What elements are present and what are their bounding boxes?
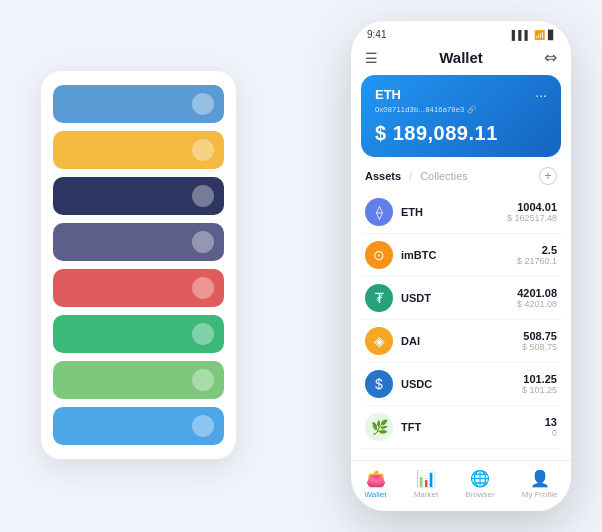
asset-name: ETH bbox=[401, 206, 507, 218]
asset-amounts: 130 bbox=[545, 416, 557, 438]
asset-balance: 508.75 bbox=[522, 330, 557, 342]
asset-balance: 2.5 bbox=[517, 244, 557, 256]
asset-icon: ⟠ bbox=[365, 198, 393, 226]
asset-usd: $ 508.75 bbox=[522, 342, 557, 352]
tab-collecties[interactable]: Collecties bbox=[420, 170, 468, 182]
card-item[interactable] bbox=[53, 407, 224, 445]
asset-row[interactable]: 🌿TFT130 bbox=[361, 406, 561, 449]
tab-separator: / bbox=[409, 170, 412, 182]
asset-row[interactable]: ₮USDT4201.08$ 4201.08 bbox=[361, 277, 561, 320]
asset-icon: $ bbox=[365, 370, 393, 398]
card-stack bbox=[41, 71, 236, 459]
assets-header: Assets / Collecties + bbox=[351, 167, 571, 191]
nav-icon: 👛 bbox=[366, 469, 386, 488]
nav-item-market[interactable]: 📊Market bbox=[414, 469, 438, 499]
card-item[interactable] bbox=[53, 315, 224, 353]
asset-balance: 13 bbox=[545, 416, 557, 428]
asset-list: ⟠ETH1004.01$ 162517.48⊙imBTC2.5$ 21760.1… bbox=[351, 191, 571, 460]
add-asset-button[interactable]: + bbox=[539, 167, 557, 185]
card-item[interactable] bbox=[53, 361, 224, 399]
phone-mockup: 9:41 ▌▌▌ 📶 ▊ ☰ Wallet ⇔ ETH ··· 0x08711d… bbox=[351, 21, 571, 511]
nav-icon: 🌐 bbox=[470, 469, 490, 488]
nav-item-wallet[interactable]: 👛Wallet bbox=[365, 469, 387, 499]
card-dot bbox=[192, 415, 214, 437]
asset-name: TFT bbox=[401, 421, 545, 433]
card-dot bbox=[192, 323, 214, 345]
asset-icon: ◈ bbox=[365, 327, 393, 355]
eth-card-address: 0x08711d3b...8416a78e3 🔗 bbox=[375, 105, 547, 114]
nav-item-browser[interactable]: 🌐Browser bbox=[465, 469, 494, 499]
card-item[interactable] bbox=[53, 269, 224, 307]
asset-icon: ⊙ bbox=[365, 241, 393, 269]
header-title: Wallet bbox=[439, 49, 483, 66]
eth-card-coin: ETH bbox=[375, 87, 401, 102]
asset-icon: 🌿 bbox=[365, 413, 393, 441]
asset-icon: ₮ bbox=[365, 284, 393, 312]
asset-usd: $ 162517.48 bbox=[507, 213, 557, 223]
asset-name: USDT bbox=[401, 292, 517, 304]
scene: 9:41 ▌▌▌ 📶 ▊ ☰ Wallet ⇔ ETH ··· 0x08711d… bbox=[11, 11, 591, 521]
assets-tabs: Assets / Collecties bbox=[365, 170, 468, 182]
card-dot bbox=[192, 93, 214, 115]
asset-amounts: 508.75$ 508.75 bbox=[522, 330, 557, 352]
card-dot bbox=[192, 369, 214, 391]
asset-row[interactable]: ◈DAI508.75$ 508.75 bbox=[361, 320, 561, 363]
asset-name: USDC bbox=[401, 378, 522, 390]
asset-usd: $ 21760.1 bbox=[517, 256, 557, 266]
card-item[interactable] bbox=[53, 223, 224, 261]
time-display: 9:41 bbox=[367, 29, 386, 40]
nav-label: My Profile bbox=[522, 490, 558, 499]
card-item[interactable] bbox=[53, 131, 224, 169]
nav-item-my-profile[interactable]: 👤My Profile bbox=[522, 469, 558, 499]
eth-card-menu[interactable]: ··· bbox=[535, 87, 547, 103]
card-item[interactable] bbox=[53, 85, 224, 123]
asset-usd: 0 bbox=[545, 428, 557, 438]
asset-balance: 101.25 bbox=[522, 373, 557, 385]
card-dot bbox=[192, 185, 214, 207]
eth-wallet-card[interactable]: ETH ··· 0x08711d3b...8416a78e3 🔗 $ 189,0… bbox=[361, 75, 561, 157]
asset-row[interactable]: ⟠ETH1004.01$ 162517.48 bbox=[361, 191, 561, 234]
asset-usd: $ 4201.08 bbox=[517, 299, 557, 309]
battery-icon: ▊ bbox=[548, 30, 555, 40]
tab-assets[interactable]: Assets bbox=[365, 170, 401, 182]
asset-balance: 4201.08 bbox=[517, 287, 557, 299]
asset-balance: 1004.01 bbox=[507, 201, 557, 213]
bottom-nav: 👛Wallet📊Market🌐Browser👤My Profile bbox=[351, 460, 571, 511]
asset-row[interactable]: $USDC101.25$ 101.25 bbox=[361, 363, 561, 406]
wifi-icon: 📶 bbox=[534, 30, 545, 40]
nav-label: Market bbox=[414, 490, 438, 499]
status-bar: 9:41 ▌▌▌ 📶 ▊ bbox=[351, 21, 571, 44]
eth-card-balance: $ 189,089.11 bbox=[375, 122, 547, 145]
asset-amounts: 4201.08$ 4201.08 bbox=[517, 287, 557, 309]
asset-amounts: 2.5$ 21760.1 bbox=[517, 244, 557, 266]
phone-header: ☰ Wallet ⇔ bbox=[351, 44, 571, 75]
card-dot bbox=[192, 277, 214, 299]
status-icons: ▌▌▌ 📶 ▊ bbox=[512, 30, 555, 40]
card-item[interactable] bbox=[53, 177, 224, 215]
menu-icon[interactable]: ☰ bbox=[365, 50, 378, 66]
nav-label: Wallet bbox=[365, 490, 387, 499]
signal-icon: ▌▌▌ bbox=[512, 30, 531, 40]
nav-icon: 📊 bbox=[416, 469, 436, 488]
asset-usd: $ 101.25 bbox=[522, 385, 557, 395]
card-dot bbox=[192, 139, 214, 161]
asset-amounts: 101.25$ 101.25 bbox=[522, 373, 557, 395]
asset-amounts: 1004.01$ 162517.48 bbox=[507, 201, 557, 223]
asset-name: imBTC bbox=[401, 249, 517, 261]
asset-name: DAI bbox=[401, 335, 522, 347]
card-dot bbox=[192, 231, 214, 253]
nav-icon: 👤 bbox=[530, 469, 550, 488]
asset-row[interactable]: ⊙imBTC2.5$ 21760.1 bbox=[361, 234, 561, 277]
nav-label: Browser bbox=[465, 490, 494, 499]
expand-icon[interactable]: ⇔ bbox=[544, 48, 557, 67]
